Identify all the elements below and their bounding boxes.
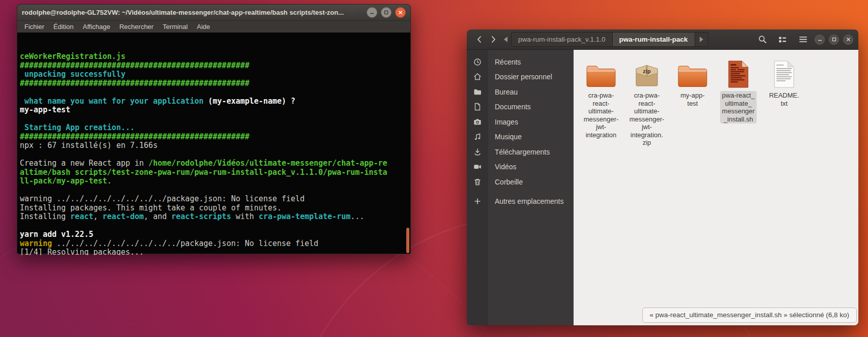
plus-icon xyxy=(467,197,488,205)
folder-large-icon xyxy=(677,55,708,88)
menu-rechercher[interactable]: Rechercher xyxy=(115,23,158,30)
path-scroll-right-icon[interactable] xyxy=(695,33,708,46)
terminal-text-segment: warning ../../../../../../../../package.… xyxy=(20,194,305,203)
sidebar-item-trash[interactable]: Corbeille xyxy=(467,174,574,190)
sidebar-item-label: Autres emplacements xyxy=(488,197,563,205)
breadcrumb-parent[interactable]: pwa-rum-install-pack_v.1.1.0 xyxy=(512,33,612,46)
folder-icon xyxy=(467,88,488,96)
terminal-text-segment: ../../../../../../../../../package.json:… xyxy=(52,239,318,248)
sidebar-item-images[interactable]: Images xyxy=(467,114,574,130)
file-manager-headerbar[interactable]: pwa-rum-install-pack_v.1.1.0 pwa-rum-ins… xyxy=(467,29,858,50)
terminal-title: rodolphe@rodolphe-GL752VW: ~/Vidéos/ulti… xyxy=(22,9,363,16)
terminal-line xyxy=(20,88,410,97)
sidebar-item-label: Documents xyxy=(488,103,531,111)
menu-aide[interactable]: Aide xyxy=(192,23,215,30)
terminal-text-segment: altime/bash scripts/test-zone-pwa-rum/pw… xyxy=(20,168,387,177)
file-item-cra-pwa-react-ultimate-messenger-jwt-integration[interactable]: cra-pwa- react- ultimate- messenger- jwt… xyxy=(580,55,622,139)
terminal-text-segment: ########################################… xyxy=(20,132,250,141)
terminal-line: my-app-test xyxy=(20,106,410,115)
breadcrumb-current[interactable]: pwa-rum-install-pack xyxy=(612,33,695,46)
terminal-scrollbar-thumb[interactable] xyxy=(406,228,409,253)
download-icon xyxy=(467,148,488,156)
sidebar-item-documents[interactable]: Documents xyxy=(467,100,574,115)
minimize-button[interactable] xyxy=(367,7,377,18)
clock-icon xyxy=(467,58,488,66)
terminal-text-segment: ll-pack/my-app-test xyxy=(20,176,107,186)
terminal-line xyxy=(20,150,410,160)
file-item-pwa-react-ultimate-messenger-install-sh[interactable]: pwa-react_ ultimate_ messenger _install.… xyxy=(717,55,760,124)
video-icon xyxy=(467,163,488,171)
back-icon[interactable] xyxy=(472,33,486,46)
path-scroll-left-icon[interactable] xyxy=(500,37,511,42)
terminal-text-segment: cra-pwa-template-rum xyxy=(259,212,351,221)
close-button[interactable] xyxy=(843,35,853,45)
view-grid-icon[interactable] xyxy=(775,33,790,47)
terminal-text-segment: ... xyxy=(350,212,364,221)
terminal-line xyxy=(20,222,410,231)
sidebar-item-other-locations[interactable]: Autres emplacements xyxy=(467,194,574,209)
file-item-readme-txt[interactable]: README. txt xyxy=(763,55,805,108)
sidebar-item-home[interactable]: Dossier personnel xyxy=(467,70,574,85)
zip-large-icon: zip xyxy=(632,55,662,88)
terminal-text-segment: yarn add v1.22.5 xyxy=(20,230,94,239)
file-grid[interactable]: cra-pwa- react- ultimate- messenger- jwt… xyxy=(574,50,858,325)
menu-edition[interactable]: Édition xyxy=(49,23,78,30)
terminal-line xyxy=(20,115,410,124)
terminal-text-segment: , and xyxy=(144,212,171,221)
maximize-button[interactable] xyxy=(381,7,392,18)
sidebar-item-music[interactable]: Musique xyxy=(467,130,574,145)
sidebar-item-label: Images xyxy=(488,118,518,126)
sidebar-item-downloads[interactable]: Téléchargements xyxy=(467,144,574,160)
close-button[interactable] xyxy=(395,7,406,18)
terminal-text-segment: , xyxy=(94,212,103,221)
document-icon xyxy=(467,103,488,111)
sidebar: RécentsDossier personnelBureauDocumentsI… xyxy=(467,50,574,325)
file-label: pwa-react_ ultimate_ messenger _install.… xyxy=(720,91,757,124)
sidebar-item-label: Téléchargements xyxy=(488,148,550,156)
terminal-titlebar[interactable]: rodolphe@rodolphe-GL752VW: ~/Vidéos/ulti… xyxy=(17,5,410,21)
terminal-line: ceWorkerRegistration.js xyxy=(20,52,410,62)
menu-affichage[interactable]: Affichage xyxy=(78,23,115,30)
terminal-output[interactable]: ceWorkerRegistration.js#################… xyxy=(17,33,410,255)
terminal-text-segment: react-dom xyxy=(103,212,144,221)
file-manager-window: pwa-rum-install-pack_v.1.1.0 pwa-rum-ins… xyxy=(467,29,858,325)
menu-terminal[interactable]: Terminal xyxy=(158,23,192,30)
terminal-text-segment: unpacking successfully xyxy=(20,70,126,79)
folder-large-icon xyxy=(585,55,617,88)
maximize-button[interactable] xyxy=(829,35,839,45)
terminal-line: ########################################… xyxy=(20,79,410,88)
music-icon xyxy=(467,133,488,141)
terminal-line: Installing react, react-dom, and react-s… xyxy=(20,212,410,222)
sidebar-item-label: Vidéos xyxy=(488,163,517,171)
minimize-button[interactable] xyxy=(815,35,825,45)
file-item-cra-pwa-react-ultimate-messenger-jwt-integration-zip[interactable]: zipcra-pwa- react- ultimate- messenger- … xyxy=(625,55,668,147)
terminal-text-segment: Installing packages. This might take a c… xyxy=(20,203,282,212)
terminal-text-segment: ########################################… xyxy=(20,61,250,70)
menu-fichier[interactable]: Fichier xyxy=(20,23,49,30)
search-icon[interactable] xyxy=(755,33,770,47)
terminal-text-segment: /home/rodolphe/Vidéos/ultimate-messenger… xyxy=(148,159,387,168)
desktop: rodolphe@rodolphe-GL752VW: ~/Vidéos/ulti… xyxy=(0,0,868,337)
terminal-text-segment: warning xyxy=(20,239,52,248)
terminal-text-segment: Creating a new React app in xyxy=(20,159,148,168)
terminal-line: Starting App creation... xyxy=(20,124,410,133)
file-manager-body: RécentsDossier personnelBureauDocumentsI… xyxy=(467,50,858,325)
sidebar-item-recents[interactable]: Récents xyxy=(467,54,574,70)
terminal-text-segment: my-app-test xyxy=(20,105,70,114)
sidebar-item-videos[interactable]: Vidéos xyxy=(467,160,574,175)
terminal-text-segment: what name you want for your application xyxy=(20,97,208,106)
terminal-menubar: FichierÉditionAffichageRechercherTermina… xyxy=(17,21,410,33)
terminal-text-segment: react xyxy=(70,212,93,221)
sidebar-item-desktop[interactable]: Bureau xyxy=(467,84,574,100)
terminal-text-segment: Starting App creation... xyxy=(20,123,135,132)
sidebar-item-label: Musique xyxy=(488,133,522,141)
terminal-text-segment: ceWorkerRegistration.js xyxy=(20,52,126,61)
sidebar-item-label: Bureau xyxy=(488,88,518,96)
menu-icon[interactable] xyxy=(795,33,811,47)
home-icon xyxy=(467,73,488,81)
file-item-my-app-test[interactable]: my-app- test xyxy=(671,55,714,108)
terminal-text-segment: . xyxy=(107,176,112,186)
terminal-text-segment: (my-example-name) ? xyxy=(208,97,295,106)
forward-icon[interactable] xyxy=(486,33,500,46)
sidebar-item-label: Récents xyxy=(488,58,521,66)
